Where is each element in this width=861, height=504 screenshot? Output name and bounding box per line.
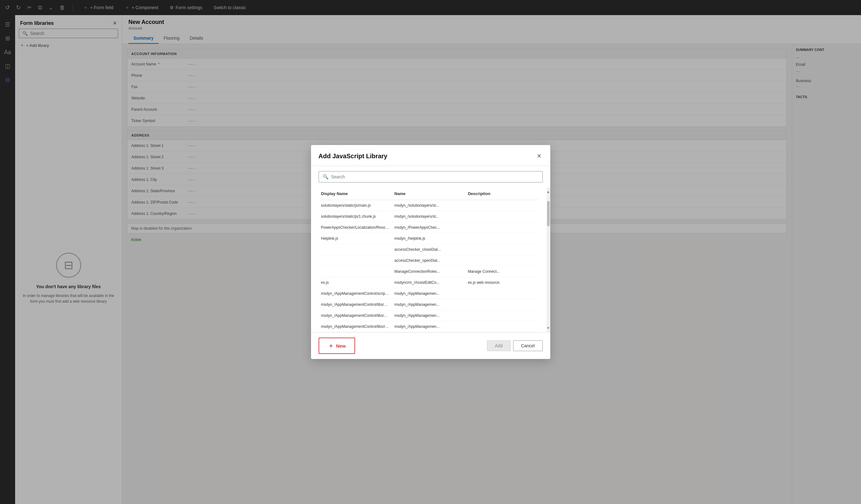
col-display-name: Display Name	[318, 190, 392, 197]
cell-display-3: Helplink.js	[318, 235, 392, 242]
cell-display-9: msdyn_/AppManagementControl/libs/promise…	[318, 301, 392, 308]
table-row[interactable]: msdyn_/AppManagementControl/scripts/AppM…	[318, 288, 539, 299]
cell-display-10: msdyn_/AppManagementControl/libs/es6_shi…	[318, 312, 392, 319]
cell-desc-9	[465, 301, 538, 308]
cell-display-11: msdyn_/AppManagementControl/libs/react_1…	[318, 323, 392, 330]
modal-close-button[interactable]: ✕	[535, 151, 543, 161]
table-row[interactable]: ManageConnectionRoles... Manage Connect.…	[318, 266, 539, 277]
cell-name-11: msdyn_/AppManagemen...	[392, 323, 465, 330]
add-button[interactable]: Add	[487, 340, 510, 351]
modal-overlay: Add JavaScript Library ✕ 🔍 Display Name …	[0, 0, 861, 504]
table-row[interactable]: accessChecker_openDial...	[318, 255, 539, 266]
table-row[interactable]: solutionlayers/static/js/main.js msdyn_/…	[318, 200, 539, 211]
cell-desc-3	[465, 235, 538, 242]
table-header: Display Name Name Description	[318, 187, 539, 200]
cell-desc-0	[465, 202, 538, 209]
cell-display-5	[318, 257, 392, 264]
new-plus-icon: ＋	[328, 342, 334, 350]
cell-display-8: msdyn_/AppManagementControl/scripts/AppM…	[318, 290, 392, 297]
cell-display-6	[318, 268, 392, 275]
cell-name-9: msdyn_/AppManagemen...	[392, 301, 465, 308]
scroll-up-arrow[interactable]: ▲	[546, 189, 550, 195]
scrollbar-thumb[interactable]	[547, 201, 550, 226]
modal-search-input[interactable]	[331, 174, 538, 179]
cell-desc-6: Manage Connect...	[465, 268, 538, 275]
cell-name-0: msdyn_/solutionlayers/st...	[392, 202, 465, 209]
modal-header: Add JavaScript Library ✕	[311, 145, 550, 166]
cell-display-7: es.js	[318, 279, 392, 286]
cancel-button[interactable]: Cancel	[513, 340, 543, 351]
cell-desc-7: es.js web resource.	[465, 279, 538, 286]
modal-title: Add JavaScript Library	[318, 153, 387, 160]
modal-search-icon: 🔍	[323, 174, 329, 180]
table-row[interactable]: solutionlayers/static/js/1.chunk.js msdy…	[318, 211, 539, 222]
table-row[interactable]: es.js msdyncrm_/AssistEditCo... es.js we…	[318, 277, 539, 288]
cell-name-1: msdyn_/solutionlayers/st...	[392, 213, 465, 220]
cell-name-5: accessChecker_openDial...	[392, 257, 465, 264]
add-js-library-modal: Add JavaScript Library ✕ 🔍 Display Name …	[311, 145, 550, 359]
table-row[interactable]: msdyn_/AppManagementControl/libs/es6_shi…	[318, 310, 539, 321]
modal-footer: ＋ New Add Cancel	[311, 332, 550, 359]
new-button[interactable]: ＋ New	[318, 338, 355, 354]
cell-name-4: accessChecker_closeDial...	[392, 246, 465, 253]
modal-search-box[interactable]: 🔍	[318, 171, 543, 182]
col-name: Name	[392, 190, 465, 197]
cell-desc-1	[465, 213, 538, 220]
cell-display-0: solutionlayers/static/js/main.js	[318, 202, 392, 209]
table-row[interactable]: Helplink.js msdyn_/helplink.js	[318, 233, 539, 244]
table-row[interactable]: msdyn_/AppManagementControl/libs/promise…	[318, 299, 539, 310]
footer-right: Add Cancel	[487, 340, 543, 351]
modal-table: Display Name Name Description solutionla…	[311, 187, 547, 332]
cell-name-8: msdyn_/AppManagemen...	[392, 290, 465, 297]
cell-desc-2	[465, 224, 538, 231]
cell-name-7: msdyncrm_/AssistEditCo...	[392, 279, 465, 286]
col-description: Description	[465, 190, 538, 197]
table-row[interactable]: msdyn_/AppManagementControl/libs/react_1…	[318, 321, 539, 332]
cell-desc-10	[465, 312, 538, 319]
table-row[interactable]: accessChecker_closeDial...	[318, 244, 539, 255]
cell-desc-11	[465, 323, 538, 330]
cell-display-1: solutionlayers/static/js/1.chunk.js	[318, 213, 392, 220]
cell-name-6: ManageConnectionRoles...	[392, 268, 465, 275]
cell-name-3: msdyn_/helplink.js	[392, 235, 465, 242]
cell-display-4	[318, 246, 392, 253]
new-label: New	[336, 343, 346, 349]
cell-desc-4	[465, 246, 538, 253]
modal-scrollbar[interactable]: ▲ ▼	[547, 187, 550, 332]
table-row[interactable]: PowerAppsChecker/Localization/ResourceSt…	[318, 222, 539, 233]
cell-display-2: PowerAppsChecker/Localization/ResourceSt…	[318, 224, 392, 231]
cell-name-10: msdyn_/AppManagemen...	[392, 312, 465, 319]
scroll-down-arrow[interactable]: ▼	[546, 325, 550, 331]
modal-table-wrap: Display Name Name Description solutionla…	[311, 187, 550, 332]
cell-name-2: msdyn_/PowerAppsChec...	[392, 224, 465, 231]
cell-desc-5	[465, 257, 538, 264]
cell-desc-8	[465, 290, 538, 297]
